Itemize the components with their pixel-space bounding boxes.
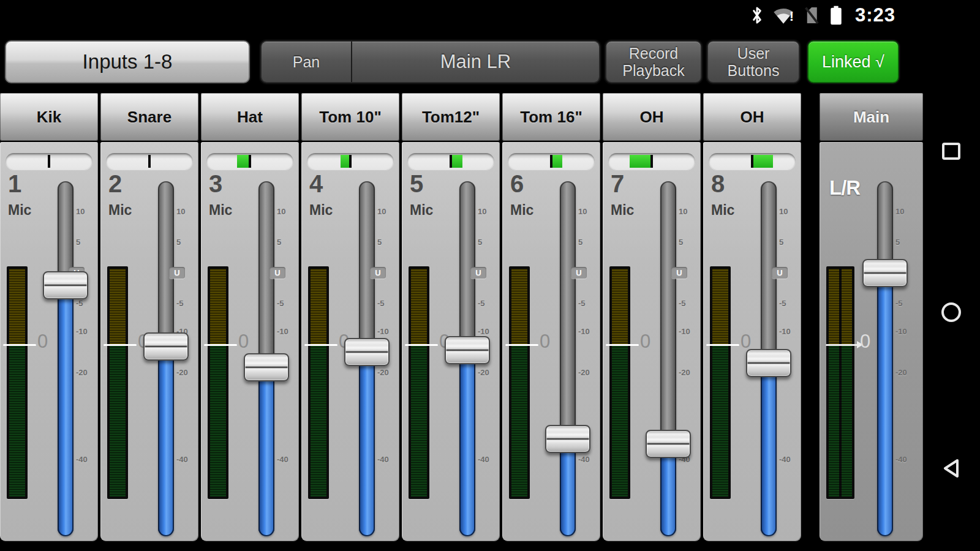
fader-scale-tick: -20	[176, 368, 201, 377]
recents-button[interactable]	[940, 140, 962, 162]
fader-cap[interactable]	[143, 332, 189, 361]
fader-scale-tick: 10	[895, 207, 920, 216]
unity-gain-badge: U	[671, 267, 687, 279]
channel-header-button[interactable]: OH	[703, 93, 801, 141]
pan-center-tick	[349, 155, 352, 168]
level-meter-segments	[829, 269, 852, 497]
level-meter-segments	[311, 269, 326, 497]
meter-zero-label: 0	[540, 331, 550, 353]
fader-scale-tick: -5	[578, 299, 603, 308]
fader-scale-tick: -5	[779, 299, 804, 308]
fader-track-fill	[359, 352, 375, 536]
level-meter-segments	[411, 269, 427, 497]
fader-scale-tick: -20	[895, 368, 920, 377]
pan-fill	[237, 155, 250, 168]
fader-scale-tick: -5	[76, 299, 100, 308]
pan-button[interactable]: Pan	[262, 42, 352, 82]
pan-button-label: Pan	[293, 53, 320, 71]
fader-cap[interactable]	[344, 338, 390, 366]
fader-scale-tick: 10	[76, 207, 100, 216]
fader-scale-tick: -10	[277, 327, 301, 336]
level-meter	[409, 266, 429, 499]
battery-icon	[829, 6, 843, 25]
channel-source-label: Mic	[8, 202, 31, 219]
fader-scale-tick: 5	[377, 238, 402, 247]
pan-slider[interactable]	[6, 153, 92, 170]
linked-toggle-label: Linked √	[822, 53, 884, 72]
fader-scale-tick: -20	[478, 368, 502, 377]
meter-zero-line	[405, 344, 438, 346]
channel-header-button[interactable]: Hat	[201, 93, 299, 141]
pan-slider[interactable]	[307, 153, 394, 170]
main-lr-button[interactable]: Main LR	[352, 42, 599, 82]
pan-slider[interactable]	[106, 153, 193, 170]
home-button[interactable]	[940, 301, 962, 323]
level-meter-segments	[9, 269, 25, 497]
channel-name-label: Kik	[37, 108, 61, 127]
channel-header-button[interactable]: Tom12"	[402, 93, 500, 141]
fader-scale-tick: -10	[478, 327, 502, 336]
linked-toggle-button[interactable]: Linked √	[807, 40, 899, 83]
channel-column-2: Snare 2 Mic 0 105U-5-10-20-40	[100, 92, 198, 541]
meter-zero-line	[3, 344, 36, 346]
pan-slider[interactable]	[508, 153, 595, 170]
channel-source-label: Mic	[209, 202, 232, 219]
main-lr-button-label: Main LR	[440, 51, 511, 73]
fader-track-fill	[158, 347, 174, 536]
meter-zero-line	[104, 344, 137, 346]
channel-header-button[interactable]: Tom 16"	[502, 93, 600, 141]
meter-zero-line	[826, 344, 858, 346]
channel-header-button[interactable]: Main	[820, 93, 923, 141]
inputs-1-8-label: Inputs 1-8	[83, 50, 173, 73]
fader-cap[interactable]	[545, 425, 590, 453]
channel-strip: 3 Mic 0 105U-5-10-20-40	[201, 142, 299, 541]
channel-name-label: Main	[853, 108, 889, 127]
channel-source-label: Mic	[510, 202, 533, 219]
meter-zero-line	[505, 344, 538, 346]
fader-scale-tick: 10	[779, 207, 804, 216]
fader-scale-tick: -10	[895, 327, 920, 336]
unity-gain-badge: U	[571, 267, 587, 279]
pan-center-tick	[249, 155, 251, 168]
pan-center-tick	[148, 155, 151, 168]
fader-cap[interactable]	[244, 353, 289, 381]
fader-cap[interactable]	[445, 336, 490, 364]
fader-scale-tick: -5	[478, 299, 502, 308]
channel-number-label: 6	[510, 170, 524, 198]
fader-cap[interactable]	[646, 430, 691, 458]
fader-scale-tick: -5	[377, 299, 402, 308]
pan-slider[interactable]	[608, 153, 695, 170]
channel-name-label: Hat	[237, 108, 263, 127]
fader-scale-tick: 5	[578, 238, 603, 247]
channel-number-label: 2	[108, 170, 122, 198]
main-lr-strip-label: L/R	[829, 176, 860, 200]
pan-fill	[752, 155, 773, 168]
channel-header-button[interactable]: Tom 10"	[301, 93, 399, 141]
level-meter-segments	[110, 269, 126, 497]
channel-header-button[interactable]: OH	[603, 93, 701, 141]
fader-cap[interactable]	[746, 349, 791, 377]
fader-cap[interactable]	[862, 259, 908, 287]
user-buttons-button[interactable]: User Buttons	[707, 40, 800, 83]
channel-name-label: Tom 16"	[520, 108, 582, 127]
pan-slider[interactable]	[206, 153, 293, 170]
meter-zero-line	[204, 344, 237, 346]
channel-source-label: Mic	[108, 202, 132, 219]
channel-column-7: OH 7 Mic 0 105U-5-10-20-40	[603, 92, 701, 541]
fader-scale-tick: -40	[478, 455, 502, 464]
channel-source-label: Mic	[611, 202, 634, 219]
fader-scale-tick: -20	[76, 368, 100, 377]
pan-slider[interactable]	[407, 153, 494, 170]
channel-header-button[interactable]: Snare	[100, 93, 198, 141]
unity-gain-badge: U	[470, 267, 486, 279]
pan-slider[interactable]	[709, 153, 796, 170]
channel-header-button[interactable]: Kik	[0, 93, 98, 141]
back-button[interactable]	[940, 457, 962, 479]
fader-cap[interactable]	[43, 271, 88, 299]
fader-scale-tick: 5	[176, 238, 201, 247]
record-playback-button[interactable]: Record Playback	[605, 40, 702, 83]
level-meter	[710, 266, 731, 499]
fader-scale-tick: -5	[277, 299, 301, 308]
inputs-1-8-button[interactable]: Inputs 1-8	[5, 40, 250, 83]
channel-column-3: Hat 3 Mic 0 105U-5-10-20-40	[201, 92, 299, 541]
